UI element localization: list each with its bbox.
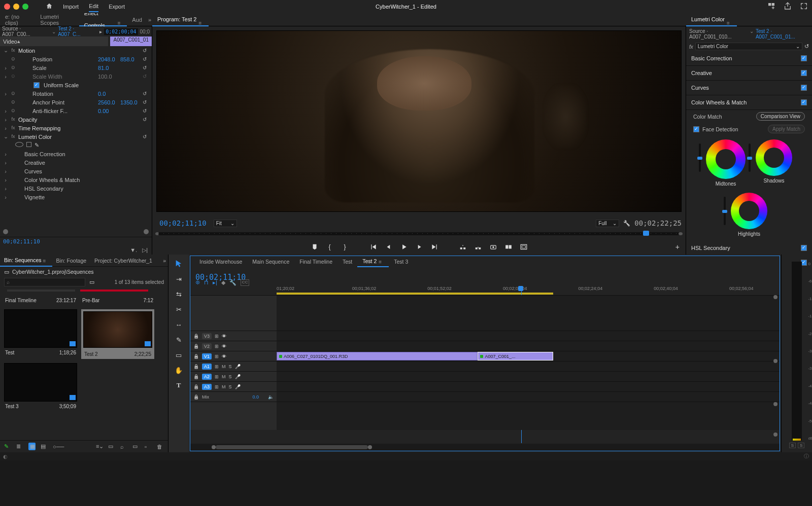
reset-icon[interactable] [143,117,149,122]
ec-rotation[interactable]: ›⊙Rotation0.0 [0,89,152,98]
in-out-range[interactable] [277,293,553,295]
tab-bin-footage[interactable]: Bin: Footage [52,255,91,267]
reset-icon[interactable] [143,134,149,139]
bin-item[interactable]: Pre-Bar7:12 [81,297,154,305]
shadows-wheel[interactable]: Shadows [756,139,792,187]
pen-mask-icon[interactable] [35,142,39,149]
scrub-end-icon[interactable] [679,232,683,235]
info-icon[interactable]: ⓘ [804,453,809,460]
fullscreen-icon[interactable] [800,2,808,11]
checkbox-icon[interactable] [801,70,807,76]
compare-icon[interactable] [504,243,513,251]
program-timecode[interactable]: 00;02;11;10 [156,218,210,228]
bin-item[interactable]: Test 33;50;09 [4,363,77,411]
new-bin-icon[interactable]: ▭ [132,443,140,450]
reset-icon[interactable] [143,99,149,105]
sort-icon[interactable]: ≡⌄ [96,443,103,450]
ellipse-mask-icon[interactable] [15,142,23,147]
ec-lumetri-vignette[interactable]: ›Vignette [0,193,152,201]
program-viewer[interactable] [156,30,682,212]
timeline-h-scroll[interactable] [190,444,780,451]
pen-tool-icon[interactable]: ✎ [174,335,184,345]
timeline-tab[interactable]: Main Sequence [247,256,294,267]
eye-icon[interactable] [222,334,226,339]
tab-export[interactable]: Export [109,2,125,12]
mic-icon[interactable] [235,364,241,369]
freeform-view-icon[interactable]: ▤ [41,443,48,450]
checkbox-icon[interactable] [693,126,699,132]
timeline-tab[interactable]: Test 3 [389,256,413,267]
share-icon[interactable] [784,2,792,11]
sync-icon[interactable] [215,364,219,369]
tab-no-clips[interactable]: e: (no clips) [0,14,35,26]
track-v2[interactable]: V2 [190,341,780,351]
checkbox-icon[interactable] [801,245,807,251]
lock-icon[interactable] [193,394,199,400]
playhead-icon[interactable] [518,286,523,291]
ec-lumetri-hsl[interactable]: ›HSL Secondary [0,184,152,193]
bin-item[interactable]: Test1;18;26 [4,309,77,359]
cc-icon[interactable]: CC [241,279,250,286]
solo-left-button[interactable]: S [789,443,796,448]
insert-icon[interactable]: ◆ [221,279,225,286]
panel-menu-icon[interactable] [727,17,732,22]
panel-menu-icon[interactable] [198,17,204,22]
sync-icon[interactable] [215,374,219,379]
play-icon[interactable] [400,243,408,251]
timeline-clip[interactable]: A006_C027_0101DQ_001.R3D [277,352,478,360]
tab-lumetri-color[interactable]: Lumetri Color [686,13,737,26]
timeline-tab[interactable]: Test [337,256,357,267]
midtones-wheel[interactable]: Midtones [706,139,746,187]
reset-icon[interactable] [143,56,149,62]
checkbox-icon[interactable] [801,99,807,105]
sync-icon[interactable] [215,344,219,349]
razor-tool-icon[interactable]: ✂ [174,304,184,314]
snap-icon[interactable]: ❊ [195,279,200,286]
eye-icon[interactable] [222,354,226,359]
timeline-tab-active[interactable]: Test 2 [357,256,389,267]
reset-icon[interactable]: ↺ [804,43,809,50]
type-tool-icon[interactable]: T [174,380,184,390]
marker-icon[interactable]: ▸| [213,279,217,286]
lock-icon[interactable] [193,344,199,349]
minimize-icon[interactable] [13,4,19,10]
lock-icon[interactable] [193,354,199,359]
reset-icon[interactable] [143,91,149,96]
tab-bin-sequences[interactable]: Bin: Sequences [0,255,52,267]
tab-import[interactable]: Import [63,2,79,12]
icon-view-icon[interactable]: ▦ [28,443,36,450]
maximize-icon[interactable] [22,4,28,10]
timeline-clip-selected[interactable]: A007_C001_... [478,352,553,360]
tab-effect-controls[interactable]: Effect Controls [79,13,127,26]
timeline-tab[interactable]: Inside Warehouse [194,256,247,267]
track-a3[interactable]: A3MS [190,381,780,391]
ec-zoom-scroll[interactable] [0,227,152,237]
ec-video-header[interactable]: Video [0,37,108,46]
ec-lumetri-basic[interactable]: ›Basic Correction [0,150,152,158]
safe-margins-icon[interactable] [520,243,528,251]
sync-icon[interactable] [215,384,219,389]
ec-lumetri-wheels[interactable]: ›Color Wheels & Match [0,175,152,184]
new-bin-icon[interactable]: ▭ [89,279,94,285]
new-item-icon[interactable]: ▫ [145,444,152,450]
filter-icon[interactable]: ▼. [130,247,137,254]
selection-tool-icon[interactable] [174,259,184,269]
linked-selection-icon[interactable]: ⊓ [204,279,209,286]
reset-icon[interactable] [143,108,149,114]
auto-sequence-icon[interactable]: ▭ [108,443,115,450]
lumetri-curves[interactable]: Curves [686,81,812,95]
panel-menu-icon[interactable] [118,17,122,22]
out-point-icon[interactable]: } [341,243,349,251]
lock-icon[interactable] [193,334,199,339]
timeline-ruler[interactable]: 01;20;02 00;01;36;02 00;01;52;02 00;02;0… [277,286,780,295]
hand-tool-icon[interactable]: ✋ [174,365,184,375]
playhead-handle[interactable] [643,231,649,236]
lock-icon[interactable] [193,384,199,389]
ec-lumetri-curves[interactable]: ›Curves [0,167,152,175]
speaker-icon[interactable]: 🔈 [268,394,274,400]
delete-icon[interactable]: 🗑 [157,444,164,450]
tab-program[interactable]: Program: Test 2 [152,13,209,26]
marker-icon[interactable] [311,243,319,251]
ripple-tool-icon[interactable]: ⇆ [174,289,184,299]
lumetri-wheels-section[interactable]: Color Wheels & Match [686,95,812,110]
